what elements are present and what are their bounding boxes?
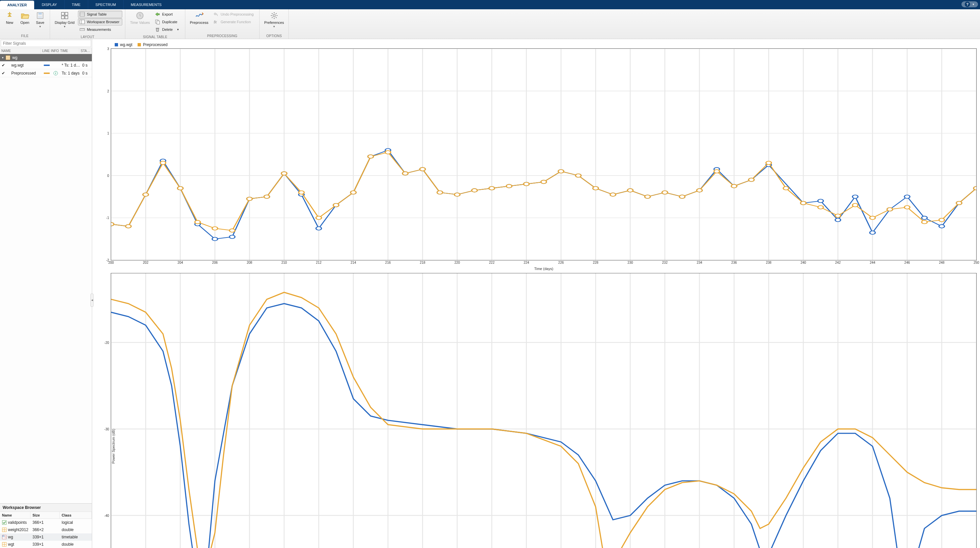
xtick-label: 230 — [628, 261, 633, 264]
clock-icon — [135, 11, 144, 20]
tab-display[interactable]: DISPLAY — [34, 0, 64, 9]
duplicate-button[interactable]: Duplicate — [153, 18, 182, 25]
ws-col-name[interactable]: Name — [0, 512, 30, 518]
preprocess-button[interactable]: Preprocess — [188, 11, 210, 25]
open-button[interactable]: Open — [18, 11, 32, 25]
left-panel: NAME LINE INFO TIME STA… ▾ wg ✔ wg.wgt *… — [0, 39, 92, 548]
xtick-label: 220 — [455, 261, 460, 264]
display-grid-button[interactable]: Display Grid ▼ — [53, 11, 76, 29]
measurements-toggle[interactable]: Measurements — [78, 26, 123, 33]
time-plot[interactable]: Time (days) 2002022042062082102122142162… — [111, 48, 977, 260]
toolstrip-tabs: ANALYZERDISPLAYTIMESPECTRUMMEASUREMENTS … — [0, 0, 980, 9]
display-area: wg.wgtPreprocessed Time (days) 200202204… — [92, 39, 980, 548]
save-button[interactable]: Save ▼ — [33, 11, 47, 29]
workspace-row[interactable]: validpoints 366×1 logical — [0, 519, 92, 526]
signal-checkbox[interactable]: ✔ — [0, 63, 6, 68]
svg-point-166 — [714, 170, 720, 173]
delete-label: Delete — [162, 27, 173, 32]
ribbon-group-signal-table: Time Values Export Duplicate Delete ▼ — [125, 9, 185, 39]
xtick-label: 228 — [593, 261, 598, 264]
svg-point-152 — [472, 189, 477, 192]
delete-button[interactable]: Delete ▼ — [153, 26, 182, 33]
ytick-label: -2 — [106, 259, 109, 262]
svg-point-127 — [922, 216, 927, 219]
export-icon — [155, 11, 160, 17]
grid-icon — [60, 11, 69, 20]
svg-point-149 — [420, 168, 425, 171]
save-label: Save — [36, 21, 44, 24]
signal-row[interactable]: ✔ Preprocessed i Ts: 1 days 0 s — [0, 69, 92, 77]
ribbon-group-file: New Open Save ▼ FILE — [0, 9, 50, 39]
undo-preprocessing-button[interactable]: Undo Preprocessing — [212, 11, 257, 18]
var-size: 339×1 — [30, 542, 60, 547]
ytick-label: -40 — [105, 513, 109, 517]
svg-point-144 — [333, 203, 339, 207]
svg-point-162 — [645, 195, 651, 199]
time-values-button[interactable]: Time Values — [128, 11, 152, 25]
workspace-row[interactable]: wg 339×1 timetable — [0, 534, 92, 541]
svg-point-171 — [801, 202, 806, 205]
xtick-label: 208 — [247, 261, 252, 264]
workspace-browser-toggle[interactable]: Workspace Browser — [78, 18, 123, 25]
col-name[interactable]: NAME — [0, 48, 41, 54]
svg-point-87 — [212, 237, 218, 241]
col-line[interactable]: LINE — [41, 48, 49, 54]
signal-checkbox[interactable]: ✔ — [0, 71, 6, 76]
workspace-row[interactable]: wgt 339×1 double — [0, 541, 92, 548]
ws-col-class[interactable]: Class — [60, 512, 92, 518]
group-label-preprocessing: PREPROCESSING — [185, 33, 259, 39]
ws-col-size[interactable]: Size — [30, 512, 60, 518]
col-info[interactable]: INFO — [49, 48, 59, 54]
svg-point-124 — [870, 231, 875, 234]
preferences-button[interactable]: Preferences ▼ — [262, 11, 286, 29]
svg-point-174 — [852, 203, 858, 207]
signal-row[interactable]: ✔ wg.wgt * Ts: 1 d… 0 s — [0, 61, 92, 69]
svg-point-176 — [887, 208, 893, 211]
tab-measurements[interactable]: MEASUREMENTS — [123, 0, 169, 9]
panel-splitter[interactable] — [91, 294, 94, 307]
workspace-browser-title: Workspace Browser — [0, 504, 92, 512]
export-button[interactable]: Export — [153, 11, 182, 18]
svg-line-30 — [276, 13, 277, 14]
signal-time: Ts: 1 days — [60, 71, 81, 76]
group-label-file: FILE — [0, 33, 50, 39]
signal-start: 0 s — [81, 71, 92, 76]
group-label-options: OPTIONS — [259, 33, 288, 39]
help-dropdown[interactable]: ? ▼ — [961, 1, 978, 7]
tab-spectrum[interactable]: SPECTRUM — [88, 0, 123, 9]
chevron-down-icon: ▼ — [177, 28, 179, 31]
ytick-label: 3 — [107, 47, 109, 51]
workspace-browser-panel: Workspace Browser Name Size Class validp… — [0, 503, 92, 548]
svg-line-29 — [272, 17, 272, 18]
col-start[interactable]: STA… — [79, 48, 92, 54]
new-button[interactable]: New — [3, 11, 17, 25]
variable-icon — [2, 542, 6, 547]
svg-rect-38 — [2, 521, 6, 524]
svg-point-170 — [783, 186, 789, 190]
workspace-row[interactable]: weight2012 366×2 double — [0, 526, 92, 534]
tab-time[interactable]: TIME — [64, 0, 88, 9]
svg-point-169 — [766, 161, 772, 164]
ytick-label: 0 — [107, 174, 109, 177]
caret-down-icon: ▾ — [2, 56, 4, 59]
generate-function-button[interactable]: fx Generate Function — [212, 18, 257, 25]
save-icon — [36, 11, 45, 20]
svg-point-155 — [523, 182, 529, 186]
svg-rect-19 — [157, 21, 159, 24]
spectrum-plot[interactable]: Frequency (cycles/day) Power Spectrum (d… — [111, 273, 977, 548]
svg-point-159 — [593, 186, 598, 190]
col-time[interactable]: TIME — [59, 48, 79, 54]
variable-icon — [2, 520, 6, 525]
svg-point-172 — [818, 205, 824, 209]
chevron-down-icon: ▼ — [63, 25, 66, 28]
measurements-label: Measurements — [87, 27, 111, 32]
svg-point-142 — [299, 191, 304, 194]
filter-signals-input[interactable] — [1, 40, 91, 47]
signal-info-icon[interactable]: i — [51, 71, 60, 76]
workspace-header: Name Size Class — [0, 512, 92, 519]
tab-analyzer[interactable]: ANALYZER — [0, 1, 34, 9]
signal-table-toggle[interactable]: Signal Table — [78, 11, 123, 18]
ytick-label: -1 — [106, 216, 109, 220]
signal-group-row[interactable]: ▾ wg — [0, 54, 92, 61]
signal-table-label: Signal Table — [87, 12, 107, 16]
